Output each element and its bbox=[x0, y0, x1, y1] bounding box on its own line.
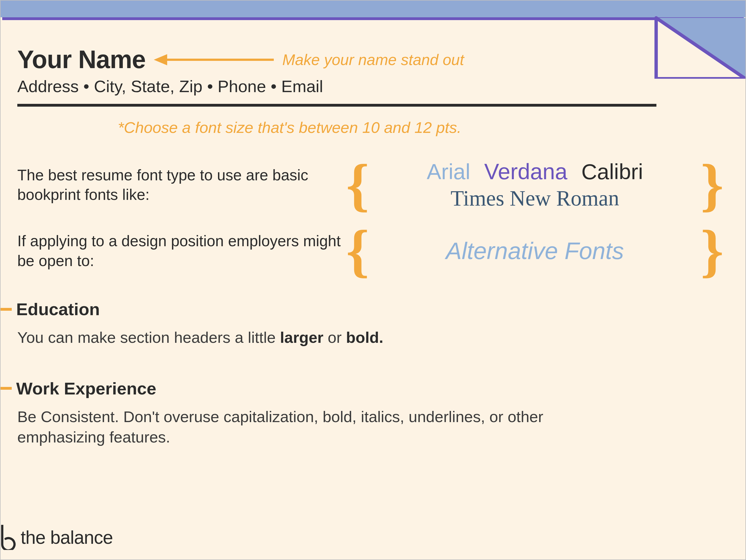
brace-left-icon: { bbox=[341, 164, 374, 205]
arrow-left-icon bbox=[154, 51, 274, 68]
brace-right-icon: } bbox=[695, 230, 729, 271]
font-calibri: Calibri bbox=[581, 159, 643, 185]
dash-icon bbox=[1, 387, 12, 390]
font-arial: Arial bbox=[427, 159, 470, 185]
edu-body-mid: or bbox=[323, 329, 346, 346]
brace-right-icon: } bbox=[695, 164, 729, 205]
accent-line bbox=[2, 17, 744, 20]
alt-fonts-list: Alternative Fonts bbox=[374, 237, 696, 264]
content-area: Your Name Make your name stand out Addre… bbox=[17, 34, 729, 559]
section-work: Work Experience Be Consistent. Don't ove… bbox=[17, 379, 729, 448]
resume-infographic: Your Name Make your name stand out Addre… bbox=[0, 0, 746, 560]
section-body: You can make section headers a little la… bbox=[17, 328, 603, 348]
edu-bold-larger: larger bbox=[280, 329, 323, 346]
balance-logo-icon bbox=[0, 525, 19, 550]
alt-fonts-braces: { Alternative Fonts } bbox=[341, 230, 729, 271]
font-size-tip: *Choose a font size that's between 10 an… bbox=[118, 118, 729, 137]
section-title: Education bbox=[16, 299, 100, 319]
section-title: Work Experience bbox=[16, 379, 156, 398]
brace-left-icon: { bbox=[341, 230, 374, 271]
basic-fonts-list: Arial Verdana Calibri Times New Roman bbox=[374, 159, 696, 211]
font-verdana: Verdana bbox=[484, 159, 567, 185]
basic-fonts-braces: { Arial Verdana Calibri Times New Roman … bbox=[341, 159, 729, 211]
name-row: Your Name Make your name stand out bbox=[17, 45, 729, 74]
brand-footer: the balance bbox=[0, 525, 113, 550]
edu-body-pre: You can make section headers a little bbox=[17, 329, 280, 346]
basic-fonts-tip: The best resume font type to use are bas… bbox=[17, 159, 729, 211]
section-education: Education You can make section headers a… bbox=[17, 299, 729, 348]
font-alternative: Alternative Fonts bbox=[446, 237, 624, 264]
name-tip: Make your name stand out bbox=[282, 51, 464, 69]
alt-fonts-text: If applying to a design position employe… bbox=[17, 231, 341, 271]
contact-line: Address • City, State, Zip • Phone • Ema… bbox=[17, 77, 729, 96]
applicant-name: Your Name bbox=[17, 45, 145, 74]
dash-icon bbox=[1, 308, 12, 311]
font-times: Times New Roman bbox=[374, 186, 696, 211]
top-bar bbox=[1, 1, 745, 17]
section-body: Be Consistent. Don't overuse capitalizat… bbox=[17, 407, 603, 448]
divider bbox=[17, 104, 656, 107]
basic-fonts-text: The best resume font type to use are bas… bbox=[17, 165, 341, 205]
alt-fonts-tip: If applying to a design position employe… bbox=[17, 230, 729, 271]
svg-marker-3 bbox=[154, 54, 167, 65]
brand-name: the balance bbox=[21, 527, 113, 548]
edu-bold-bold: bold. bbox=[346, 329, 383, 346]
